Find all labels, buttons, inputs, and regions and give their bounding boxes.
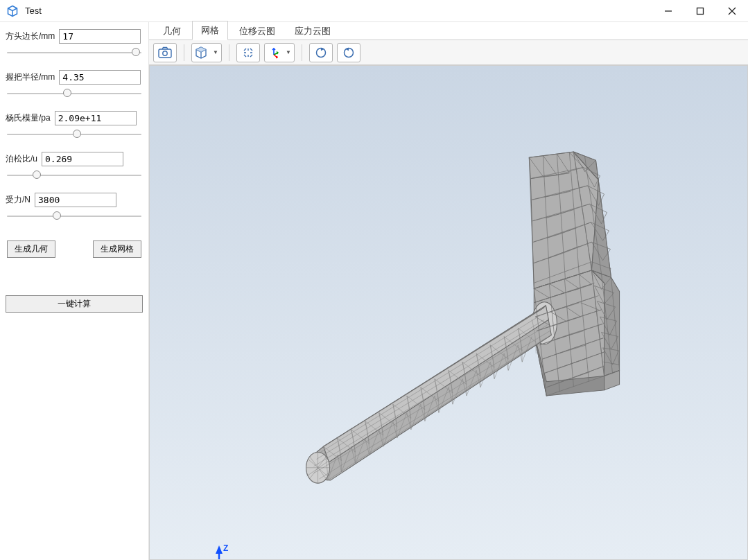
main-area: 方头边长/mm 握把半径/mm 杨氏模量/pa [0, 22, 748, 560]
param-label: 泊松比/u [6, 153, 37, 165]
viewport-toolbar: ▼ ▼ [149, 40, 748, 65]
tab-mesh[interactable]: 网格 [192, 21, 228, 40]
minimize-button[interactable] [652, 0, 684, 22]
param-label: 受力/N [6, 194, 31, 206]
param-label: 杨氏模量/pa [6, 112, 51, 124]
svg-rect-1 [159, 49, 171, 58]
param-label: 握把半径/mm [6, 71, 55, 83]
maximize-button[interactable] [684, 0, 716, 22]
axes-orientation-button[interactable]: ▼ [264, 43, 295, 62]
svg-marker-5 [529, 152, 598, 288]
param-young-modulus: 杨氏模量/pa [6, 111, 143, 139]
poisson-ratio-slider[interactable] [7, 170, 141, 180]
title-bar: Test [0, 0, 748, 22]
param-label: 方头边长/mm [6, 30, 55, 42]
rotate-ccw-button[interactable] [337, 43, 360, 62]
force-slider[interactable] [7, 211, 141, 221]
generate-button-row: 生成几何 生成网格 [7, 240, 141, 258]
view-cube-button[interactable]: ▼ [191, 43, 222, 62]
chevron-down-icon: ▼ [286, 49, 291, 55]
tab-geometry[interactable]: 几何 [155, 22, 189, 40]
tab-bar: 几何 网格 位移云图 应力云图 [149, 22, 748, 40]
chevron-down-icon: ▼ [213, 49, 218, 55]
screenshot-button[interactable] [153, 43, 177, 62]
head-length-input[interactable] [59, 29, 141, 44]
grip-radius-slider[interactable] [7, 89, 141, 98]
head-length-slider[interactable] [7, 48, 141, 58]
svg-marker-17 [216, 545, 223, 554]
tab-displacement[interactable]: 位移云图 [231, 22, 284, 40]
svg-marker-13 [324, 306, 549, 462]
young-modulus-input[interactable] [55, 111, 137, 125]
poisson-ratio-input[interactable] [42, 152, 123, 166]
param-head-length: 方头边长/mm [6, 29, 143, 58]
generate-mesh-button[interactable]: 生成网格 [93, 240, 141, 258]
param-poisson-ratio: 泊松比/u [6, 152, 143, 180]
window-title: Test [25, 6, 42, 16]
young-modulus-slider[interactable] [7, 130, 141, 139]
compute-button[interactable]: 一键计算 [6, 295, 143, 313]
fit-view-button[interactable] [236, 43, 260, 62]
rotate-cw-button[interactable] [309, 43, 333, 62]
param-force: 受力/N [6, 193, 143, 221]
close-button[interactable] [716, 0, 748, 22]
force-input[interactable] [35, 193, 116, 207]
param-grip-radius: 握把半径/mm [6, 70, 143, 98]
tab-stress[interactable]: 应力云图 [286, 22, 339, 40]
content-area: 几何 网格 位移云图 应力云图 ▼ [149, 22, 748, 560]
svg-point-2 [163, 51, 167, 55]
svg-rect-0 [697, 8, 704, 14]
svg-text:Z: Z [223, 543, 228, 553]
generate-geometry-button[interactable]: 生成几何 [7, 240, 55, 258]
sidebar: 方头边长/mm 握把半径/mm 杨氏模量/pa [0, 22, 149, 560]
viewport-3d[interactable]: Z Y X [149, 65, 748, 560]
mesh-render [150, 66, 747, 559]
app-icon [6, 4, 19, 18]
grip-radius-input[interactable] [59, 70, 141, 85]
